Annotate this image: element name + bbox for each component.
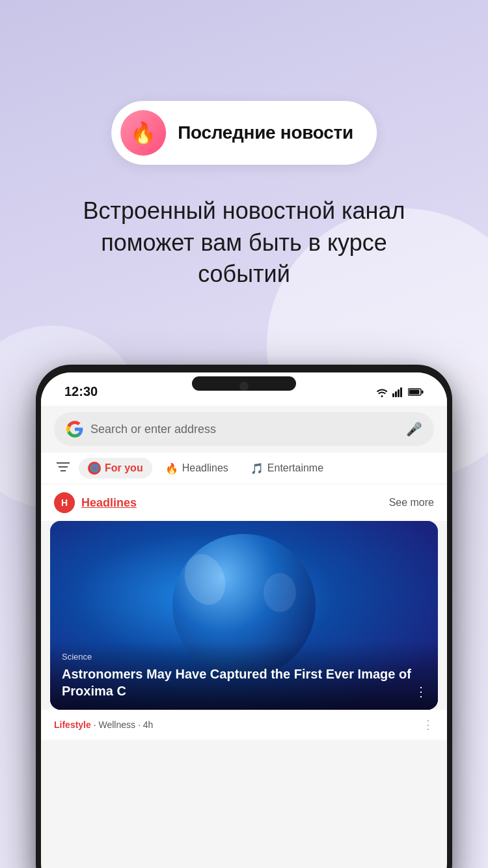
news-card-overlay: Science Astronomers May Have Captured th…: [50, 641, 438, 710]
svg-rect-1: [395, 391, 397, 397]
svg-rect-6: [422, 390, 424, 393]
headlines-label: Headlines: [81, 496, 137, 510]
bottom-strip: Lifestyle · Wellness · 4h ⋮: [41, 710, 447, 740]
tab-headlines[interactable]: 🔥 Headlines: [156, 458, 237, 479]
news-card[interactable]: Science Astronomers May Have Captured th…: [50, 521, 438, 710]
mic-icon[interactable]: 🎤: [406, 421, 422, 437]
google-logo: [66, 420, 84, 438]
headlines-strip: H Headlines See more: [41, 484, 447, 521]
search-bar[interactable]: Search or enter address 🎤: [54, 412, 434, 446]
search-placeholder: Search or enter address: [90, 423, 400, 436]
news-badge: 🔥 Последние новости: [111, 101, 377, 165]
phone-camera: [239, 382, 249, 391]
status-time: 12:30: [64, 384, 98, 399]
tab-for-you-label: For you: [105, 462, 143, 474]
lifestyle-label: Lifestyle: [54, 720, 91, 730]
status-icons: [375, 387, 424, 397]
tab-for-you[interactable]: 🌐 For you: [79, 458, 152, 479]
svg-rect-5: [409, 389, 420, 394]
svg-rect-3: [400, 387, 402, 397]
phone-body: 12:30: [36, 365, 452, 868]
bottom-menu-icon[interactable]: ⋮: [422, 718, 434, 732]
music-icon: 🎵: [251, 462, 264, 475]
news-category: Science: [62, 652, 426, 662]
description-text: Встроенный новостной канал поможет вам б…: [55, 195, 433, 290]
article-meta: Lifestyle · Wellness · 4h: [54, 720, 153, 730]
signal-icon: [392, 387, 404, 397]
tab-headlines-label: Headlines: [182, 462, 228, 474]
wifi-icon: [375, 387, 388, 397]
see-more-link[interactable]: See more: [389, 497, 434, 509]
article-meta-text: · Wellness · 4h: [94, 720, 154, 730]
news-title: Astronomers May Have Captured the First …: [62, 665, 426, 699]
badge-title: Последние новости: [178, 122, 353, 143]
filter-icon[interactable]: [51, 459, 75, 478]
badge-fire-icon: 🔥: [120, 110, 166, 156]
tab-bar: 🌐 For you 🔥 Headlines 🎵 Entertainme: [41, 453, 447, 484]
globe-icon: 🌐: [88, 462, 101, 475]
headlines-icon: H: [54, 492, 75, 513]
battery-icon: [408, 387, 424, 397]
phone-screen: 12:30: [41, 372, 447, 868]
phone-mockup: 12:30: [36, 365, 452, 868]
fire-icon: 🔥: [165, 462, 178, 475]
news-menu-icon[interactable]: ⋮: [414, 684, 427, 699]
tab-entertainment[interactable]: 🎵 Entertainme: [241, 458, 332, 479]
tab-entertainment-label: Entertainme: [267, 462, 323, 474]
svg-rect-2: [398, 389, 400, 397]
svg-rect-0: [392, 393, 394, 397]
